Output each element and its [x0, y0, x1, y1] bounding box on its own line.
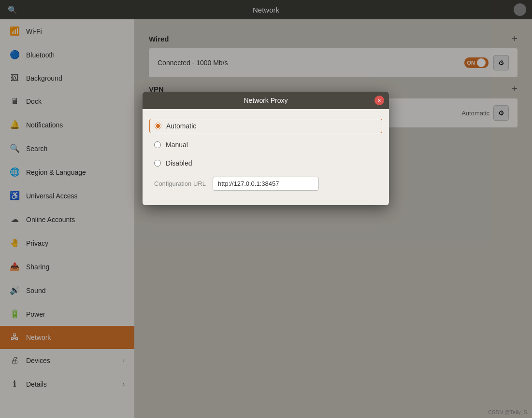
option-manual[interactable]: Manual — [149, 138, 377, 152]
config-url-row: Configuration URL — [154, 177, 377, 191]
dialog-title: Network Proxy — [244, 97, 288, 104]
config-url-label: Configuration URL — [154, 180, 206, 187]
dialog-body: Automatic Manual Disabled Configuration … — [143, 109, 389, 205]
radio-automatic-label: Automatic — [166, 122, 196, 130]
option-disabled[interactable]: Disabled — [149, 156, 377, 170]
option-automatic[interactable]: Automatic — [149, 119, 382, 133]
radio-automatic[interactable] — [155, 123, 161, 129]
radio-manual-label: Manual — [166, 141, 188, 149]
radio-disabled-label: Disabled — [166, 159, 192, 167]
radio-disabled[interactable] — [154, 160, 161, 167]
close-icon: × — [378, 98, 381, 103]
network-proxy-dialog: Network Proxy × Automatic Manual Disable… — [143, 92, 389, 205]
config-url-input[interactable] — [213, 177, 319, 191]
dialog-close-button[interactable]: × — [374, 96, 384, 105]
radio-manual[interactable] — [154, 141, 161, 148]
modal-overlay: Network Proxy × Automatic Manual Disable… — [0, 0, 532, 418]
dialog-titlebar: Network Proxy × — [143, 92, 389, 109]
